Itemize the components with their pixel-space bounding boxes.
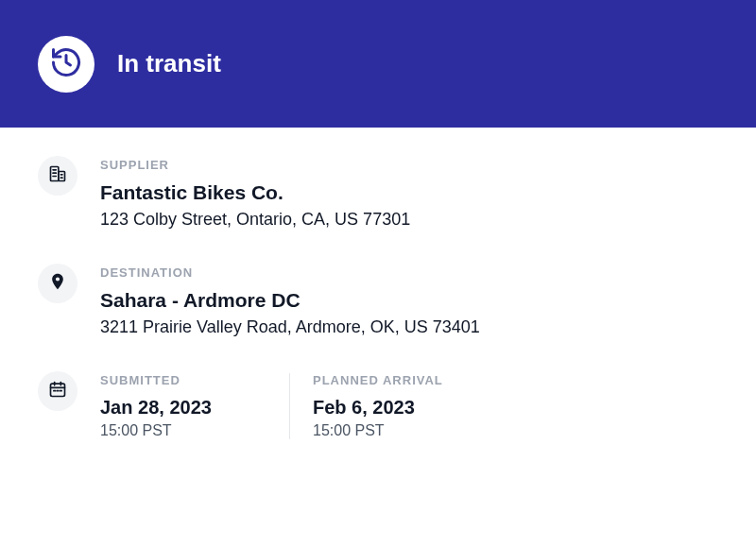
supplier-icon-circle — [38, 156, 77, 196]
dates-section: SUBMITTED Jan 28, 2023 15:00 PST PLANNED… — [38, 371, 718, 439]
destination-address: 3211 Prairie Valley Road, Ardmore, OK, U… — [100, 317, 718, 337]
destination-label: DESTINATION — [100, 265, 718, 280]
submitted-time: 15:00 PST — [100, 422, 266, 439]
calendar-icon — [48, 380, 67, 402]
destination-icon-circle — [38, 264, 77, 303]
submitted-date: Jan 28, 2023 — [100, 397, 266, 419]
svg-rect-7 — [51, 384, 65, 396]
destination-name: Sahara - Ardmore DC — [100, 289, 718, 312]
dates-icon-circle — [38, 371, 77, 411]
destination-body: DESTINATION Sahara - Ardmore DC 3211 Pra… — [100, 264, 718, 337]
supplier-name: Fantastic Bikes Co. — [100, 181, 718, 204]
supplier-section: SUPPLIER Fantastic Bikes Co. 123 Colby S… — [38, 156, 718, 230]
planned-arrival-col: PLANNED ARRIVAL Feb 6, 2023 15:00 PST — [289, 373, 478, 439]
svg-rect-1 — [59, 172, 65, 181]
status-icon-circle — [38, 36, 94, 93]
supplier-address: 123 Colby Street, Ontario, CA, US 77301 — [100, 210, 718, 230]
submitted-col: SUBMITTED Jan 28, 2023 15:00 PST — [100, 373, 289, 439]
submitted-label: SUBMITTED — [100, 373, 266, 387]
planned-arrival-date: Feb 6, 2023 — [313, 397, 455, 419]
history-clock-icon — [49, 45, 83, 83]
supplier-label: SUPPLIER — [100, 158, 718, 172]
planned-arrival-time: 15:00 PST — [313, 422, 455, 439]
planned-arrival-label: PLANNED ARRIVAL — [313, 373, 455, 387]
map-pin-icon — [48, 272, 67, 295]
building-icon — [48, 164, 67, 187]
supplier-body: SUPPLIER Fantastic Bikes Co. 123 Colby S… — [100, 156, 718, 230]
status-title: In transit — [117, 49, 221, 78]
shipment-details: SUPPLIER Fantastic Bikes Co. 123 Colby S… — [0, 128, 756, 439]
destination-section: DESTINATION Sahara - Ardmore DC 3211 Pra… — [38, 264, 718, 337]
status-header: In transit — [0, 0, 756, 128]
dates-body: SUBMITTED Jan 28, 2023 15:00 PST PLANNED… — [100, 371, 718, 439]
